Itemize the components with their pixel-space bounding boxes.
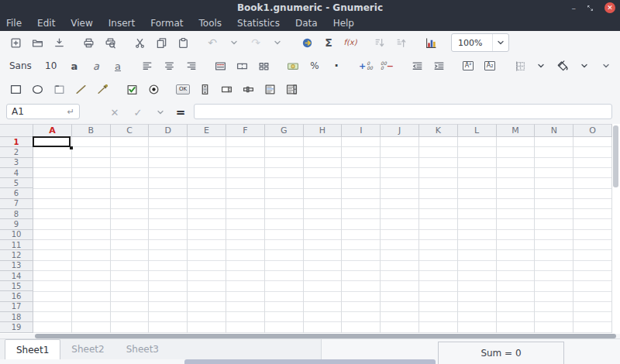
menu-edit[interactable]: Edit <box>29 15 63 31</box>
accept-edit-icon[interactable]: ✓ <box>129 104 146 121</box>
column-header-E[interactable]: E <box>188 124 226 137</box>
vertical-scrollbar[interactable] <box>613 125 618 187</box>
combobox-icon[interactable] <box>283 81 300 98</box>
chart-icon[interactable] <box>422 34 439 51</box>
rectangle-icon[interactable] <box>7 81 24 98</box>
row-header-8[interactable]: 8 <box>0 209 33 219</box>
row-header-14[interactable]: 14 <box>0 271 33 281</box>
font-color-dropdown-icon[interactable] <box>598 57 615 74</box>
select-all-corner[interactable] <box>0 124 33 137</box>
superscript-icon[interactable]: A² <box>460 57 477 74</box>
cut-icon[interactable] <box>131 34 148 51</box>
row-header-15[interactable]: 15 <box>0 281 33 291</box>
row-header-2[interactable]: 2 <box>0 147 33 157</box>
zoom-dropdown-icon[interactable] <box>492 34 508 51</box>
ellipse-icon[interactable] <box>29 81 46 98</box>
print-preview-icon[interactable] <box>102 34 119 51</box>
column-header-O[interactable]: O <box>574 124 612 137</box>
percent-icon[interactable]: % <box>306 57 323 74</box>
copy-icon[interactable] <box>153 34 170 51</box>
paste-icon[interactable] <box>174 34 191 51</box>
underline-icon[interactable]: a <box>109 57 126 74</box>
cell-area[interactable] <box>33 137 612 333</box>
minimize-icon[interactable]: – <box>572 4 577 12</box>
open-icon[interactable] <box>29 34 46 51</box>
undo-dropdown-icon[interactable] <box>226 34 243 51</box>
zoom-combobox[interactable]: 100% <box>451 33 509 52</box>
undo-icon[interactable]: ↶ <box>204 34 221 51</box>
list-icon[interactable] <box>261 81 278 98</box>
sheet-tab-sheet3[interactable]: Sheet3 <box>115 339 170 359</box>
row-header-16[interactable]: 16 <box>0 291 33 301</box>
column-header-J[interactable]: J <box>381 124 419 137</box>
selected-cell[interactable] <box>33 136 71 147</box>
redo-icon[interactable]: ↷ <box>247 34 264 51</box>
column-header-A[interactable]: A <box>33 124 72 137</box>
column-header-L[interactable]: L <box>458 124 497 137</box>
merge-cells-icon[interactable] <box>233 57 250 74</box>
subscript-icon[interactable]: A₂ <box>481 57 498 74</box>
cancel-edit-icon[interactable]: ✕ <box>106 104 123 121</box>
row-header-10[interactable]: 10 <box>0 230 33 240</box>
redo-dropdown-icon[interactable] <box>269 34 286 51</box>
menu-file[interactable]: File <box>6 15 29 31</box>
row-header-1[interactable]: 1 <box>0 137 33 147</box>
borders-dropdown-icon[interactable] <box>532 57 549 74</box>
fill-color-dropdown-icon[interactable] <box>576 57 593 74</box>
row-header-3[interactable]: 3 <box>0 158 33 168</box>
formula-entry-field[interactable] <box>194 104 612 119</box>
column-header-K[interactable]: K <box>419 124 458 137</box>
maximize-icon[interactable] <box>587 5 594 12</box>
frame-icon[interactable] <box>50 81 67 98</box>
bottom-scrollbar[interactable] <box>184 359 436 364</box>
column-header-C[interactable]: C <box>111 124 150 137</box>
sort-descending-icon[interactable] <box>371 34 388 51</box>
menu-tools[interactable]: Tools <box>191 15 230 31</box>
column-header-F[interactable]: F <box>226 124 265 137</box>
menu-insert[interactable]: Insert <box>101 15 143 31</box>
checkbox-icon[interactable] <box>123 81 140 98</box>
column-header-H[interactable]: H <box>304 124 343 137</box>
align-left-icon[interactable] <box>139 57 156 74</box>
equals-button[interactable]: = <box>172 104 189 121</box>
column-header-G[interactable]: G <box>265 124 304 137</box>
center-across-icon[interactable] <box>212 57 229 74</box>
align-right-icon[interactable] <box>182 57 199 74</box>
column-header-N[interactable]: N <box>535 124 574 137</box>
new-file-icon[interactable] <box>7 34 24 51</box>
slider-icon[interactable] <box>239 81 257 98</box>
sheet-tab-sheet2[interactable]: Sheet2 <box>60 339 115 359</box>
sheet-tab-sheet1[interactable]: Sheet1 <box>5 339 60 359</box>
split-cells-icon[interactable] <box>255 57 272 74</box>
entry-dropdown-icon[interactable] <box>152 104 169 121</box>
italic-icon[interactable]: a <box>88 57 105 74</box>
radio-button-icon[interactable] <box>145 81 162 98</box>
save-icon[interactable] <box>50 34 67 51</box>
thousands-separator-icon[interactable]: · <box>328 57 345 74</box>
jump-to-cell-icon[interactable]: ↵ <box>67 107 74 117</box>
fill-handle[interactable] <box>70 146 73 149</box>
row-header-4[interactable]: 4 <box>0 168 33 178</box>
column-header-D[interactable]: D <box>149 124 188 137</box>
column-header-B[interactable]: B <box>72 124 111 137</box>
fill-color-icon[interactable] <box>554 57 571 74</box>
row-header-13[interactable]: 13 <box>0 261 33 271</box>
row-header-19[interactable]: 19 <box>0 322 33 332</box>
align-center-icon[interactable] <box>160 57 177 74</box>
scrollbar-icon[interactable] <box>196 81 213 98</box>
print-icon[interactable] <box>80 34 97 51</box>
row-header-11[interactable]: 11 <box>0 240 33 250</box>
row-header-7[interactable]: 7 <box>0 199 33 209</box>
spinbutton-icon[interactable] <box>218 81 235 98</box>
increase-decimals-icon[interactable]: +000 <box>357 57 374 74</box>
function-icon[interactable]: f(x) <box>342 34 359 51</box>
money-format-icon[interactable] <box>284 57 301 74</box>
menu-help[interactable]: Help <box>326 15 362 31</box>
hyperlink-icon[interactable] <box>298 34 315 51</box>
arrow-icon[interactable] <box>94 81 111 98</box>
menu-data[interactable]: Data <box>288 15 326 31</box>
font-name-selector[interactable]: Sans <box>9 60 36 71</box>
borders-icon[interactable] <box>511 57 528 74</box>
font-size-selector[interactable]: 10 <box>45 60 59 71</box>
row-header-17[interactable]: 17 <box>0 302 33 312</box>
